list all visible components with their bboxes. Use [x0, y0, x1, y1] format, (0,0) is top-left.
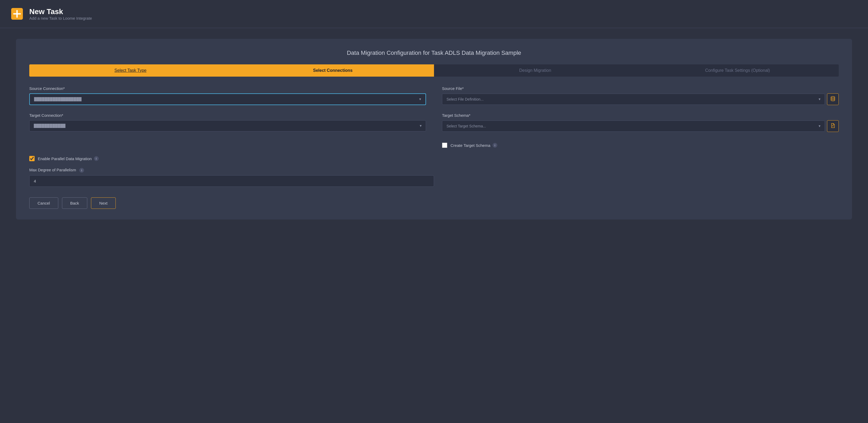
source-file-row: Select File Definition... ▼: [442, 93, 839, 105]
card-title: Data Migration Configuration for Task AD…: [29, 50, 839, 56]
new-task-icon: [9, 6, 25, 21]
form-layout: Source Connection* ██████████████████ ▼ …: [29, 86, 839, 148]
enable-parallel-checkbox[interactable]: [29, 156, 35, 161]
left-bottom: [29, 140, 426, 148]
main-content: Data Migration Configuration for Task AD…: [0, 28, 868, 230]
source-file-icon-btn[interactable]: [827, 93, 839, 105]
target-schema-row: Select Target Schema... ▼: [442, 120, 839, 132]
create-target-schema-info[interactable]: i: [493, 143, 497, 148]
max-degree-group: Max Degree of Parallelism i: [29, 168, 434, 187]
enable-parallel-row: Enable Parallel Data Migration i: [29, 156, 839, 161]
target-connection-group: Target Connection* ████████████ ▼: [29, 113, 426, 132]
source-connection-label: Source Connection*: [29, 86, 426, 91]
back-button[interactable]: Back: [62, 197, 87, 209]
target-schema-select[interactable]: Select Target Schema...: [442, 121, 825, 132]
step-configure-task-settings[interactable]: Configure Task Settings (Optional): [637, 64, 839, 77]
actions-row: Cancel Back Next: [29, 197, 839, 209]
enable-parallel-label: Enable Parallel Data Migration i: [38, 156, 99, 161]
wizard-card: Data Migration Configuration for Task AD…: [16, 39, 852, 220]
page-title: New Task: [29, 7, 92, 16]
target-connection-select[interactable]: ████████████: [29, 120, 426, 131]
source-connection-select[interactable]: ██████████████████: [30, 94, 426, 104]
source-connection-group: Source Connection* ██████████████████ ▼: [29, 86, 426, 105]
source-file-wrapper: Select File Definition... ▼: [442, 94, 825, 105]
max-degree-input[interactable]: [29, 175, 434, 187]
source-file-group: Source File* Select File Definition... ▼: [442, 86, 839, 105]
step-select-connections[interactable]: Select Connections: [232, 64, 434, 77]
create-target-schema-checkbox[interactable]: [442, 142, 447, 148]
page-header: New Task Add a new Task to Loome Integra…: [0, 0, 868, 28]
create-target-schema-label: Create Target Schema i: [451, 143, 497, 148]
next-button[interactable]: Next: [91, 197, 116, 209]
cancel-button[interactable]: Cancel: [29, 197, 58, 209]
target-schema-label: Target Schema*: [442, 113, 839, 118]
steps-navigation: Select Task Type Select Connections Desi…: [29, 64, 839, 77]
max-degree-label: Max Degree of Parallelism i: [29, 168, 434, 173]
target-schema-wrapper: Select Target Schema... ▼: [442, 121, 825, 132]
parallel-section: Enable Parallel Data Migration i: [29, 156, 839, 161]
page-subtitle: Add a new Task to Loome Integrate: [29, 16, 92, 21]
file-icon: [830, 123, 836, 130]
enable-parallel-info[interactable]: i: [94, 156, 99, 161]
create-target-schema-group: Create Target Schema i: [442, 140, 839, 148]
source-file-select[interactable]: Select File Definition...: [442, 94, 825, 105]
svg-point-3: [831, 96, 835, 98]
database-icon: [830, 96, 836, 103]
step-select-task-type[interactable]: Select Task Type: [29, 64, 232, 77]
target-connection-wrapper: ████████████ ▼: [29, 120, 426, 131]
source-connection-wrapper: ██████████████████ ▼: [29, 93, 426, 105]
target-connection-label: Target Connection*: [29, 113, 426, 118]
create-target-schema-row: Create Target Schema i: [442, 142, 839, 148]
bottom-grid: Create Target Schema i: [29, 140, 839, 148]
step-design-migration[interactable]: Design Migration: [434, 64, 637, 77]
header-text-block: New Task Add a new Task to Loome Integra…: [29, 7, 92, 21]
target-schema-group: Target Schema* Select Target Schema... ▼: [442, 113, 839, 132]
max-degree-info[interactable]: i: [79, 168, 84, 173]
target-schema-icon-btn[interactable]: [827, 120, 839, 132]
source-file-label: Source File*: [442, 86, 839, 91]
